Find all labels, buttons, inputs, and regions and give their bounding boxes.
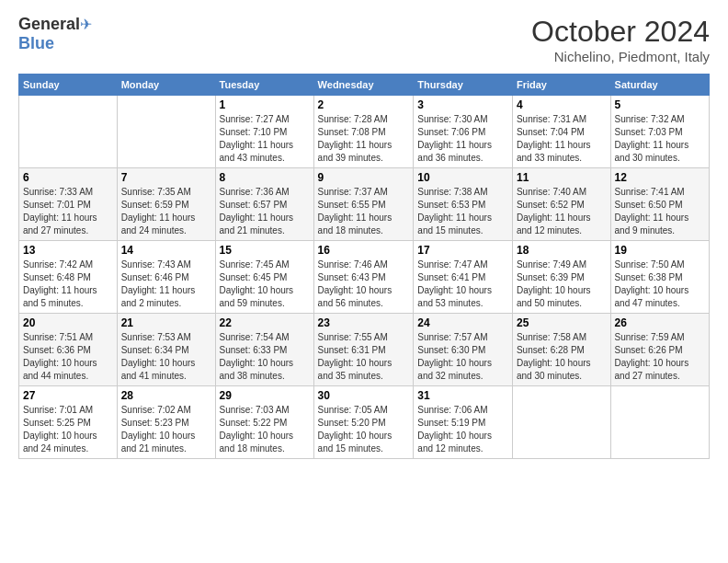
day-info: Sunrise: 7:31 AM Sunset: 7:04 PM Dayligh… <box>517 113 607 165</box>
day-number: 14 <box>121 244 211 257</box>
calendar-cell: 14Sunrise: 7:43 AM Sunset: 6:46 PM Dayli… <box>117 241 215 314</box>
logo-blue: Blue <box>18 34 54 52</box>
day-number: 10 <box>417 171 508 184</box>
title-section: October 2024 Nichelino, Piedmont, Italy <box>531 15 710 64</box>
day-number: 20 <box>23 316 113 329</box>
calendar-cell: 30Sunrise: 7:05 AM Sunset: 5:20 PM Dayli… <box>313 386 414 459</box>
day-info: Sunrise: 7:32 AM Sunset: 7:03 PM Dayligh… <box>615 113 705 165</box>
day-number: 28 <box>121 389 211 402</box>
day-number: 11 <box>517 171 607 184</box>
day-info: Sunrise: 7:53 AM Sunset: 6:34 PM Dayligh… <box>121 331 211 383</box>
calendar-cell: 1Sunrise: 7:27 AM Sunset: 7:10 PM Daylig… <box>215 96 313 168</box>
day-info: Sunrise: 7:36 AM Sunset: 6:57 PM Dayligh… <box>220 186 310 237</box>
calendar-cell: 28Sunrise: 7:02 AM Sunset: 5:23 PM Dayli… <box>117 386 215 459</box>
calendar-cell: 5Sunrise: 7:32 AM Sunset: 7:03 PM Daylig… <box>610 96 709 168</box>
calendar-cell: 27Sunrise: 7:01 AM Sunset: 5:25 PM Dayli… <box>19 386 118 459</box>
day-info: Sunrise: 7:01 AM Sunset: 5:25 PM Dayligh… <box>23 404 113 455</box>
calendar-cell: 21Sunrise: 7:53 AM Sunset: 6:34 PM Dayli… <box>117 314 215 386</box>
day-info: Sunrise: 7:02 AM Sunset: 5:23 PM Dayligh… <box>121 404 211 455</box>
day-info: Sunrise: 7:58 AM Sunset: 6:28 PM Dayligh… <box>517 331 607 383</box>
day-number: 8 <box>220 171 310 184</box>
day-header-monday: Monday <box>117 75 215 96</box>
day-info: Sunrise: 7:33 AM Sunset: 7:01 PM Dayligh… <box>23 186 113 237</box>
day-number: 21 <box>121 316 211 329</box>
day-number: 17 <box>417 244 508 257</box>
day-info: Sunrise: 7:43 AM Sunset: 6:46 PM Dayligh… <box>121 259 211 310</box>
calendar-week-2: 6Sunrise: 7:33 AM Sunset: 7:01 PM Daylig… <box>19 168 710 241</box>
day-info: Sunrise: 7:35 AM Sunset: 6:59 PM Dayligh… <box>121 186 211 237</box>
calendar-cell: 22Sunrise: 7:54 AM Sunset: 6:33 PM Dayli… <box>215 314 313 386</box>
calendar-cell <box>610 386 709 459</box>
day-info: Sunrise: 7:49 AM Sunset: 6:39 PM Dayligh… <box>517 259 607 310</box>
day-number: 29 <box>220 389 310 402</box>
day-number: 15 <box>220 244 310 257</box>
calendar-cell: 8Sunrise: 7:36 AM Sunset: 6:57 PM Daylig… <box>215 168 313 241</box>
calendar-week-1: 1Sunrise: 7:27 AM Sunset: 7:10 PM Daylig… <box>19 96 710 168</box>
day-info: Sunrise: 7:03 AM Sunset: 5:22 PM Dayligh… <box>220 404 310 455</box>
calendar-header-row: SundayMondayTuesdayWednesdayThursdayFrid… <box>19 75 710 96</box>
calendar-cell <box>117 96 215 168</box>
day-info: Sunrise: 7:41 AM Sunset: 6:50 PM Dayligh… <box>615 186 705 237</box>
calendar-cell <box>512 386 610 459</box>
calendar-cell <box>19 96 118 168</box>
day-number: 30 <box>318 389 410 402</box>
day-info: Sunrise: 7:54 AM Sunset: 6:33 PM Dayligh… <box>220 331 310 383</box>
day-info: Sunrise: 7:30 AM Sunset: 7:06 PM Dayligh… <box>417 113 508 165</box>
day-header-sunday: Sunday <box>19 75 118 96</box>
calendar-cell: 15Sunrise: 7:45 AM Sunset: 6:45 PM Dayli… <box>215 241 313 314</box>
calendar-cell: 29Sunrise: 7:03 AM Sunset: 5:22 PM Dayli… <box>215 386 313 459</box>
location: Nichelino, Piedmont, Italy <box>531 49 710 64</box>
day-number: 26 <box>615 316 705 329</box>
calendar-week-3: 13Sunrise: 7:42 AM Sunset: 6:48 PM Dayli… <box>19 241 710 314</box>
calendar-cell: 20Sunrise: 7:51 AM Sunset: 6:36 PM Dayli… <box>19 314 118 386</box>
logo: General✈ Blue <box>18 15 92 53</box>
day-info: Sunrise: 7:50 AM Sunset: 6:38 PM Dayligh… <box>615 259 705 310</box>
day-number: 12 <box>615 171 705 184</box>
calendar-cell: 4Sunrise: 7:31 AM Sunset: 7:04 PM Daylig… <box>512 96 610 168</box>
calendar-cell: 31Sunrise: 7:06 AM Sunset: 5:19 PM Dayli… <box>414 386 513 459</box>
main-container: General✈ Blue October 2024 Nichelino, Pi… <box>0 0 728 468</box>
day-number: 4 <box>517 98 607 111</box>
calendar-table: SundayMondayTuesdayWednesdayThursdayFrid… <box>18 74 710 459</box>
calendar-cell: 24Sunrise: 7:57 AM Sunset: 6:30 PM Dayli… <box>414 314 513 386</box>
day-info: Sunrise: 7:51 AM Sunset: 6:36 PM Dayligh… <box>23 331 113 383</box>
day-number: 7 <box>121 171 211 184</box>
calendar-cell: 2Sunrise: 7:28 AM Sunset: 7:08 PM Daylig… <box>313 96 414 168</box>
day-number: 22 <box>220 316 310 329</box>
day-header-thursday: Thursday <box>414 75 513 96</box>
calendar-cell: 10Sunrise: 7:38 AM Sunset: 6:53 PM Dayli… <box>414 168 513 241</box>
day-info: Sunrise: 7:42 AM Sunset: 6:48 PM Dayligh… <box>23 259 113 310</box>
header: General✈ Blue October 2024 Nichelino, Pi… <box>18 15 710 64</box>
day-number: 3 <box>417 98 508 111</box>
day-number: 1 <box>220 98 310 111</box>
calendar-week-5: 27Sunrise: 7:01 AM Sunset: 5:25 PM Dayli… <box>19 386 710 459</box>
day-header-tuesday: Tuesday <box>215 75 313 96</box>
day-info: Sunrise: 7:57 AM Sunset: 6:30 PM Dayligh… <box>417 331 508 383</box>
day-number: 24 <box>417 316 508 329</box>
day-number: 2 <box>318 98 410 111</box>
day-info: Sunrise: 7:45 AM Sunset: 6:45 PM Dayligh… <box>220 259 310 310</box>
day-number: 27 <box>23 389 113 402</box>
day-info: Sunrise: 7:05 AM Sunset: 5:20 PM Dayligh… <box>318 404 410 455</box>
day-number: 31 <box>417 389 508 402</box>
calendar-cell: 26Sunrise: 7:59 AM Sunset: 6:26 PM Dayli… <box>610 314 709 386</box>
day-info: Sunrise: 7:27 AM Sunset: 7:10 PM Dayligh… <box>220 113 310 165</box>
day-number: 23 <box>318 316 410 329</box>
day-header-saturday: Saturday <box>610 75 709 96</box>
day-number: 18 <box>517 244 607 257</box>
calendar-cell: 12Sunrise: 7:41 AM Sunset: 6:50 PM Dayli… <box>610 168 709 241</box>
calendar-cell: 19Sunrise: 7:50 AM Sunset: 6:38 PM Dayli… <box>610 241 709 314</box>
month-title: October 2024 <box>531 15 710 49</box>
calendar-cell: 18Sunrise: 7:49 AM Sunset: 6:39 PM Dayli… <box>512 241 610 314</box>
calendar-cell: 16Sunrise: 7:46 AM Sunset: 6:43 PM Dayli… <box>313 241 414 314</box>
day-header-friday: Friday <box>512 75 610 96</box>
day-info: Sunrise: 7:38 AM Sunset: 6:53 PM Dayligh… <box>417 186 508 237</box>
calendar-cell: 17Sunrise: 7:47 AM Sunset: 6:41 PM Dayli… <box>414 241 513 314</box>
day-number: 13 <box>23 244 113 257</box>
day-number: 9 <box>318 171 410 184</box>
logo-icon: ✈ <box>80 17 92 32</box>
day-info: Sunrise: 7:59 AM Sunset: 6:26 PM Dayligh… <box>615 331 705 383</box>
day-number: 5 <box>615 98 705 111</box>
day-number: 25 <box>517 316 607 329</box>
calendar-cell: 3Sunrise: 7:30 AM Sunset: 7:06 PM Daylig… <box>414 96 513 168</box>
